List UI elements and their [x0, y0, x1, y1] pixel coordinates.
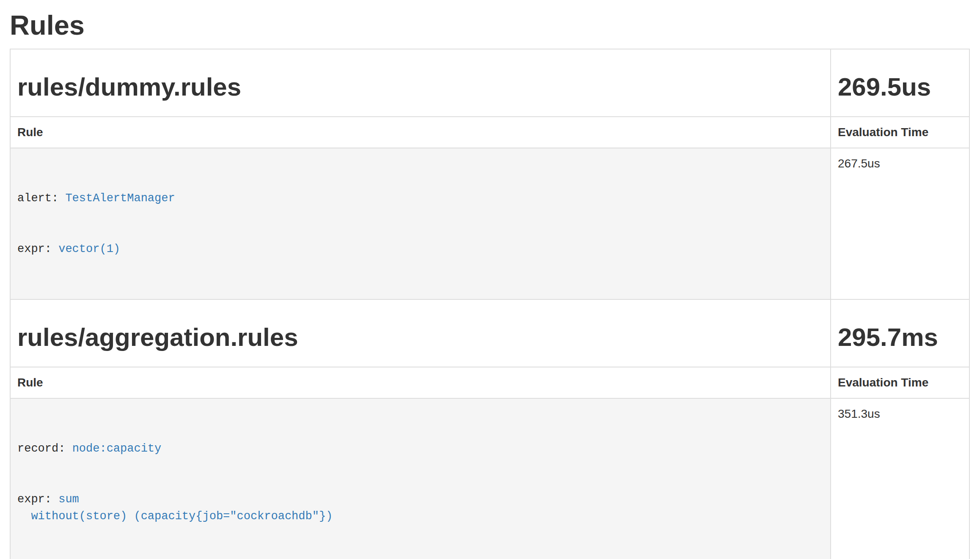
rule-cell: alert: TestAlertManager expr: vector(1)	[10, 148, 831, 299]
expr-link[interactable]: sum without(store) (capacity{job="cockro…	[17, 493, 333, 523]
rules-table: rules/dummy.rules 269.5us Rule Evaluatio…	[10, 49, 970, 559]
rule-name-link[interactable]: node:capacity	[72, 442, 162, 455]
page-title: Rules	[10, 10, 970, 41]
expr-link[interactable]: vector(1)	[58, 243, 120, 255]
col-header-eval-time: Evaluation Time	[831, 367, 969, 398]
rule-row: record: node:capacity expr: sum without(…	[10, 398, 969, 559]
eval-time-value: 267.5us	[831, 148, 969, 299]
rule-keyword: expr:	[17, 493, 58, 506]
col-header-rule: Rule	[10, 117, 831, 148]
rule-row: alert: TestAlertManager expr: vector(1) …	[10, 148, 969, 299]
column-header-row: Rule Evaluation Time	[10, 367, 969, 398]
rule-line-expr: expr: vector(1)	[17, 241, 823, 258]
rule-name-link[interactable]: TestAlertManager	[65, 192, 175, 205]
col-header-eval-time: Evaluation Time	[831, 117, 969, 148]
rule-line-alert: alert: TestAlertManager	[17, 190, 823, 207]
column-header-row: Rule Evaluation Time	[10, 117, 969, 148]
group-file-name: rules/aggregation.rules	[17, 323, 823, 351]
group-eval-total: 269.5us	[838, 73, 962, 101]
rule-line-record: record: node:capacity	[17, 440, 823, 457]
group-file-name: rules/dummy.rules	[17, 73, 823, 101]
rules-page: Rules rules/dummy.rules 269.5us Rule Eva…	[0, 0, 980, 559]
col-header-rule: Rule	[10, 367, 831, 398]
group-eval-total: 295.7ms	[838, 323, 962, 351]
rule-keyword: alert:	[17, 192, 65, 205]
rule-keyword: expr:	[17, 243, 58, 255]
rule-line-expr: expr: sum without(store) (capacity{job="…	[17, 491, 823, 525]
group-heading-row: rules/aggregation.rules 295.7ms	[10, 299, 969, 367]
rule-keyword: record:	[17, 442, 72, 455]
group-heading-row: rules/dummy.rules 269.5us	[10, 49, 969, 117]
rule-cell: record: node:capacity expr: sum without(…	[10, 398, 831, 559]
eval-time-value: 351.3us	[831, 398, 969, 559]
